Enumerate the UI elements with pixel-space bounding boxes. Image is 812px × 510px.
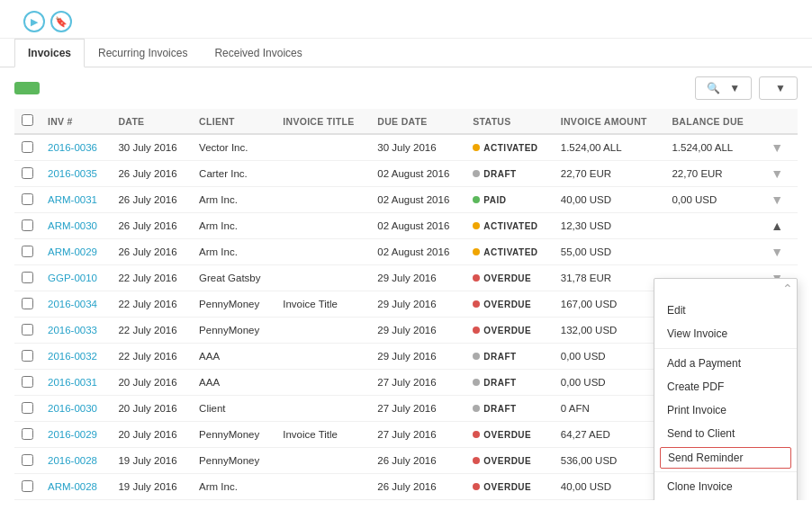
inv-link[interactable]: 2016-0035 [48,168,97,179]
search-button[interactable]: 🔍 ▼ [695,76,752,100]
search-icon: 🔍 [707,82,720,94]
row-client: PennyMoney [192,318,275,344]
row-checkbox[interactable] [22,428,33,440]
row-checkbox[interactable] [22,298,33,309]
context-menu-item[interactable]: Make Recurring [654,498,797,500]
context-menu-item[interactable]: Clone Invoice [654,475,797,498]
context-menu-item[interactable]: Send Reminder [660,447,791,469]
row-checkbox[interactable] [22,480,33,492]
row-status: OVERDUE [465,422,553,448]
inv-link[interactable]: ARM-0029 [48,246,97,257]
row-inv: 2016-0035 [41,161,111,187]
context-menu-close[interactable]: ⌃ [782,282,793,296]
status-dot [473,483,480,490]
row-checkbox[interactable] [22,141,33,153]
inv-link[interactable]: GGP-0010 [48,273,97,283]
row-checkbox[interactable] [22,454,33,466]
row-amount: 132,00 USD [554,318,665,344]
row-checkbox[interactable] [22,350,33,362]
inv-link[interactable]: 2016-0033 [48,325,97,336]
row-status: ACTIVATED [465,213,553,239]
show-all-invoices-button[interactable]: ▼ [759,76,798,100]
inv-link[interactable]: 2016-0028 [48,455,97,466]
row-amount: 40,00 USD [554,474,665,500]
toolbar: 🔍 ▼ ▼ [0,67,812,109]
row-date: 22 July 2016 [111,291,192,318]
inv-link[interactable]: ARM-0030 [48,220,97,231]
tab-received[interactable]: Received Invoices [201,39,315,67]
row-date: 22 July 2016 [111,318,192,344]
row-amount: 0 AFN [554,396,665,422]
status-dot [473,431,480,438]
tab-invoices[interactable]: Invoices [14,39,85,67]
context-menu-item[interactable]: Edit [654,299,797,322]
row-due-date: 27 July 2016 [370,396,465,422]
row-balance: 1.524,00 ALL [664,134,760,161]
row-amount: 55,00 USD [554,239,665,265]
row-checkbox[interactable] [22,402,33,414]
context-menu-item[interactable]: Add a Payment [654,352,797,375]
row-status: OVERDUE [465,291,553,318]
context-menu-item[interactable]: View Invoice [654,322,797,345]
inv-link[interactable]: 2016-0030 [48,403,97,414]
status-badge: PAID [473,195,506,205]
row-dropdown-button[interactable]: ▼ [767,245,787,259]
status-badge: DRAFT [473,378,516,388]
inv-link[interactable]: ARM-0028 [48,481,97,492]
row-chevron: ▼ [760,134,798,161]
inv-link[interactable]: 2016-0031 [48,377,97,388]
row-chevron: ▲ [760,213,798,239]
row-inv: 2016-0033 [41,318,111,344]
header-invoice-title: INVOICE TITLE [275,109,370,134]
inv-link[interactable]: 2016-0032 [48,351,97,362]
row-checkbox[interactable] [22,324,33,336]
create-invoice-button[interactable] [14,82,40,94]
inv-link[interactable]: 2016-0034 [48,299,97,309]
header-client: CLIENT [192,109,275,134]
row-client: Vector Inc. [192,134,275,161]
context-menu-item[interactable]: Send to Client [654,422,797,445]
row-client: Client [192,396,275,422]
row-checkbox-cell [14,291,41,318]
inv-link[interactable]: ARM-0031 [48,194,97,205]
row-dropdown-button[interactable]: ▼ [767,166,787,181]
table-row: ARM-0029 26 July 2016 Arm Inc. 02 August… [14,239,798,265]
row-date: 26 July 2016 [111,239,192,265]
row-dropdown-button[interactable]: ▲ [767,219,787,233]
row-title [275,448,370,474]
row-amount: 536,00 USD [554,448,665,474]
header-checkbox-col [14,109,41,134]
row-due-date: 29 July 2016 [370,344,465,370]
row-inv: ARM-0030 [41,213,111,239]
status-dot [473,457,480,464]
row-checkbox[interactable] [22,246,33,257]
context-menu-divider [654,348,797,349]
bookmark-icon[interactable]: 🔖 [50,11,72,32]
row-checkbox[interactable] [22,376,33,388]
row-checkbox[interactable] [22,193,33,205]
context-menu-item[interactable]: Print Invoice [654,398,797,422]
context-menu-item[interactable]: Create PDF [654,375,797,398]
status-dot [473,222,480,229]
table-row: 2016-0035 26 July 2016 Carter Inc. 02 Au… [14,161,798,187]
inv-link[interactable]: 2016-0036 [48,142,97,153]
table-header-row: INV # DATE CLIENT INVOICE TITLE DUE DATE… [14,109,798,134]
row-checkbox-cell [14,239,41,265]
row-checkbox[interactable] [22,219,33,231]
header-inv: INV # [41,109,111,134]
tab-recurring[interactable]: Recurring Invoices [85,39,201,67]
row-title [275,370,370,396]
row-checkbox[interactable] [22,272,33,283]
row-status: DRAFT [465,396,553,422]
inv-link[interactable]: 2016-0029 [48,429,97,440]
video-icon[interactable]: ▶ [23,11,45,32]
row-inv: ARM-0029 [41,239,111,265]
row-date: 20 July 2016 [111,422,192,448]
row-checkbox[interactable] [22,167,33,179]
row-dropdown-button[interactable]: ▼ [767,192,787,207]
select-all-checkbox[interactable] [22,114,33,126]
row-dropdown-button[interactable]: ▼ [767,140,787,155]
context-menu: ⌃ EditView InvoiceAdd a PaymentCreate PD… [654,278,798,500]
row-title: Invoice Title [275,422,370,448]
row-due-date: 29 July 2016 [370,265,465,291]
